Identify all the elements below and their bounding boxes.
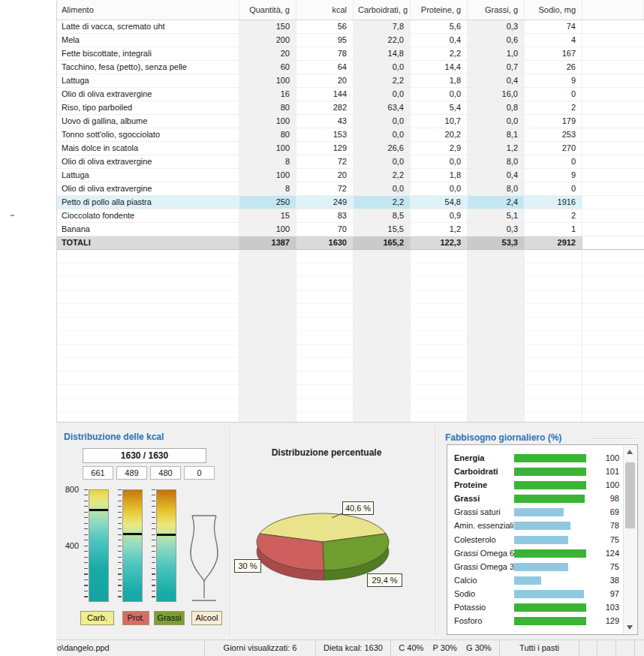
legend-chip-grassi[interactable]: Grassi <box>154 611 185 625</box>
scroll-down-button[interactable] <box>624 621 636 633</box>
food-row[interactable]: Olio di oliva extravergine161440,00,016,… <box>57 88 644 101</box>
bar-value-marker <box>157 534 176 536</box>
cell-value <box>354 263 411 277</box>
cell-value: 72 <box>296 155 354 169</box>
cell-value: 2 <box>525 101 582 115</box>
cell-filler <box>582 317 644 331</box>
food-row[interactable]: Latte di vacca, scremato uht150567,85,60… <box>57 20 644 34</box>
kcal-gradient-bar-grassi <box>156 489 176 602</box>
cell-value: 0,0 <box>354 155 411 169</box>
food-row[interactable]: Tonno sott'olio, sgocciolato801530,020,2… <box>57 128 644 142</box>
column-header-1[interactable]: Quantità, g <box>239 0 296 20</box>
cell-value: 253 <box>525 128 582 142</box>
empty-row <box>57 331 644 345</box>
needs-row-grassi-omega-6: Grassi Omega 6124 <box>448 547 622 561</box>
food-row[interactable]: Lattuga100202,21,80,49 <box>57 169 644 182</box>
needs-bar <box>514 468 586 476</box>
cell-food-name: Banana <box>57 223 239 236</box>
scroll-up-button[interactable] <box>624 446 636 458</box>
cell-value: 95 <box>296 34 354 47</box>
needs-value: 38 <box>594 576 619 585</box>
kcal-value-box-prot: 489 <box>116 466 147 480</box>
food-row[interactable]: Mais dolce in scatola10012926,62,91,2270 <box>57 142 644 155</box>
cell-value <box>296 372 354 385</box>
cell-value <box>525 412 582 422</box>
empty-row <box>57 263 644 277</box>
food-table-header: AlimentoQuantità, gkcalCarboidrati, gPro… <box>57 0 644 20</box>
needs-label: Amin. essenziali <box>454 521 513 530</box>
food-row[interactable]: Olio di oliva extravergine8720,00,08,00 <box>57 182 644 196</box>
food-row[interactable]: Cioccolato fondente15838,50,95,12 <box>57 209 644 223</box>
cell-value: 74 <box>525 20 582 34</box>
cell-value <box>239 372 296 385</box>
cell-value <box>239 358 296 372</box>
cell-value: 2,2 <box>354 196 411 209</box>
column-header-2[interactable]: kcal <box>296 0 354 20</box>
cell-food-name: Fette biscottate, integrali <box>57 47 239 61</box>
cell-value <box>411 263 468 277</box>
kcal-value-box-carb: 661 <box>83 466 113 480</box>
cell-value: 0,4 <box>468 74 525 88</box>
cell-value: 14,4 <box>411 61 468 74</box>
needs-scrollbar[interactable] <box>623 446 636 633</box>
cell-value: 100 <box>239 115 296 128</box>
cell-filler <box>582 304 644 317</box>
food-row[interactable]: Olio di oliva extravergine8720,00,08,00 <box>57 155 644 169</box>
food-row[interactable]: Petto di pollo alla piastra2502492,254,8… <box>57 196 644 209</box>
cell-value: 56 <box>296 20 354 34</box>
needs-row-calcio: Calcio38 <box>448 574 622 588</box>
cell-food-name <box>57 250 239 263</box>
needs-value: 100 <box>594 453 619 462</box>
cell-value: 70 <box>296 223 354 236</box>
food-row[interactable]: Mela2009522,00,40,64 <box>57 34 644 47</box>
needs-bar <box>514 590 584 598</box>
needs-label: Grassi Omega 6 <box>454 549 514 558</box>
cell-value <box>525 372 582 385</box>
empty-row <box>57 345 644 358</box>
cell-value: 83 <box>296 209 354 223</box>
column-header-3[interactable]: Carboidrati, g <box>354 0 411 20</box>
needs-value: 97 <box>594 589 619 598</box>
cell-value: 2,2 <box>354 169 411 182</box>
scrollbar-thumb[interactable] <box>625 462 635 528</box>
cell-value <box>296 304 354 317</box>
bar-value-marker <box>89 509 108 511</box>
food-row[interactable]: Tacchino, fesa (petto), senza pelle60640… <box>57 61 644 74</box>
cell-value: 4 <box>525 34 582 47</box>
cell-filler <box>582 88 644 101</box>
needs-bar <box>514 508 564 516</box>
needs-value: 100 <box>594 480 619 489</box>
food-row[interactable]: Uovo di gallina, albume100430,010,70,017… <box>57 115 644 128</box>
cell-value <box>525 345 582 358</box>
cell-filler <box>582 236 644 250</box>
cell-value <box>239 317 296 331</box>
cell-value <box>354 317 411 331</box>
legend-chip-carb[interactable]: Carb. <box>80 611 114 625</box>
cell-filler <box>582 61 644 74</box>
food-row[interactable]: Lattuga100202,21,80,49 <box>57 74 644 88</box>
cell-food-name: Latte di vacca, scremato uht <box>57 20 239 34</box>
cell-filler <box>582 263 644 277</box>
status-segment-5 <box>579 640 597 656</box>
column-header-0[interactable]: Alimento <box>57 0 239 20</box>
arrow-down-icon <box>627 625 633 630</box>
legend-chip-alcool[interactable]: Alcool <box>191 611 222 625</box>
food-row[interactable]: Fette biscottate, integrali207814,82,21,… <box>57 47 644 61</box>
cell-value <box>354 372 411 385</box>
column-header-6[interactable]: Sodio, mg <box>525 0 582 20</box>
column-header-4[interactable]: Proteine, g <box>411 0 468 20</box>
cell-value: 7,8 <box>354 20 411 34</box>
food-row[interactable]: Riso, tipo parboiled8028263,45,40,82 <box>57 101 644 115</box>
needs-row-grassi-omega-3: Grassi Omega 375 <box>448 561 622 574</box>
cell-value: 1630 <box>296 236 354 250</box>
column-header-5[interactable]: Grassi, g <box>468 0 525 20</box>
cell-value: 0,0 <box>354 115 411 128</box>
needs-bar <box>514 536 568 544</box>
cell-value: 1,8 <box>411 74 468 88</box>
status-segment-0: o\dangelo.ppd <box>56 640 205 656</box>
food-row[interactable]: Banana1007015,51,20,31 <box>57 223 644 236</box>
cell-value: 0,8 <box>468 101 525 115</box>
cell-value <box>468 277 525 290</box>
cell-value <box>411 345 468 358</box>
legend-chip-prot[interactable]: Prot. <box>122 611 149 625</box>
